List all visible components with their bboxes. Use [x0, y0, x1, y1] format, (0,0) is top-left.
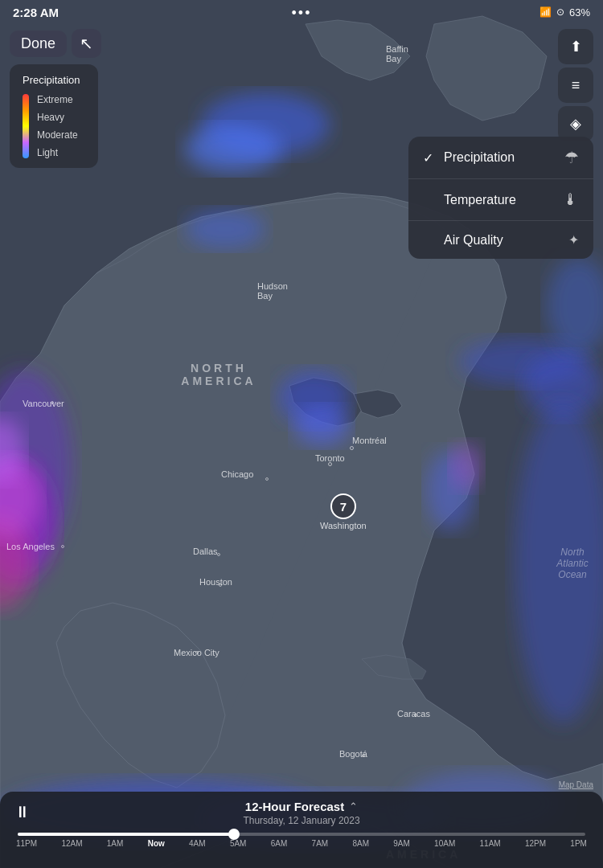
menu-item-precipitation[interactable]: ✓ Precipitation ☂: [408, 137, 593, 179]
status-right: 📶 ⊙ 63%: [539, 6, 590, 18]
forecast-bar: ⏸ 12-Hour Forecast ⌃ Thursday, 12 Januar…: [0, 792, 603, 868]
forecast-chevron-icon: ⌃: [349, 800, 358, 813]
forecast-header: 12-Hour Forecast ⌃: [14, 800, 589, 813]
legend-moderate: Moderate: [37, 129, 78, 141]
air-quality-label: Air Quality: [444, 233, 503, 248]
signal-icon: ⊙: [556, 6, 564, 18]
toronto-dot: [328, 462, 332, 466]
done-button[interactable]: Done: [10, 31, 67, 57]
houston-dot: [219, 583, 222, 587]
status-bar: 2:28 AM ••• 📶 ⊙ 63%: [0, 0, 603, 24]
time-6am: 6AM: [271, 839, 288, 848]
time-12am: 12AM: [61, 839, 82, 848]
map-data-link[interactable]: Map Data: [559, 780, 593, 789]
la-dot: [61, 545, 64, 548]
layer-dropdown: ✓ Precipitation ☂ ✓ Temperature 🌡 ✓ Air …: [408, 137, 593, 259]
timeline-labels: 11PM 12AM 1AM Now 4AM 5AM 6AM 7AM 8AM 9A…: [14, 839, 589, 848]
washington-number: 7: [330, 493, 356, 519]
done-button-group[interactable]: Done ↖: [10, 29, 101, 58]
legend-labels: Extreme Heavy Moderate Light: [37, 94, 78, 158]
time-now: Now: [148, 839, 165, 848]
precipitation-icon: ☂: [564, 148, 579, 167]
timeline-progress: [18, 833, 233, 836]
svg-point-5: [185, 125, 281, 173]
status-time: 2:28 AM: [13, 6, 59, 19]
time-11am: 11AM: [480, 839, 501, 848]
location-button[interactable]: ⬆: [558, 29, 593, 64]
legend-title: Precipitation: [23, 74, 85, 86]
menu-item-air-quality[interactable]: ✓ Air Quality ✦: [408, 221, 593, 259]
forecast-title: 12-Hour Forecast: [245, 800, 344, 813]
play-pause-button[interactable]: ⏸: [14, 803, 31, 821]
legend-panel: Precipitation Extreme Heavy Moderate Lig…: [10, 64, 98, 168]
time-10am: 10AM: [434, 839, 455, 848]
montreal-dot: [350, 446, 354, 450]
legend-light: Light: [37, 147, 78, 158]
time-4am: 4AM: [189, 839, 206, 848]
svg-point-10: [450, 442, 482, 490]
dallas-dot: [217, 553, 220, 556]
legend-color-bar: [23, 94, 29, 158]
legend-extreme: Extreme: [37, 94, 78, 105]
time-7am: 7AM: [312, 839, 329, 848]
time-8am: 8AM: [352, 839, 369, 848]
chicago-dot: [265, 477, 269, 481]
air-quality-icon: ✦: [568, 232, 579, 248]
caracas-dot: [414, 714, 417, 717]
timeline-thumb[interactable]: [228, 829, 240, 840]
wifi-icon: 📶: [539, 6, 552, 18]
forecast-date: Thursday, 12 January 2023: [14, 815, 589, 826]
time-1pm: 1PM: [570, 839, 587, 848]
timeline[interactable]: 11PM 12AM 1AM Now 4AM 5AM 6AM 7AM 8AM 9A…: [14, 833, 589, 848]
check-icon: ✓: [423, 150, 436, 166]
precipitation-label: Precipitation: [444, 150, 515, 165]
time-11pm: 11PM: [16, 839, 37, 848]
washington-city-marker: 7 Washington: [320, 493, 367, 530]
svg-point-8: [293, 406, 350, 446]
cursor-icon: ↖: [72, 29, 101, 58]
time-12pm: 12PM: [525, 839, 546, 848]
battery-indicator: 63%: [569, 6, 590, 18]
legend-heavy: Heavy: [37, 112, 78, 123]
washington-label: Washington: [320, 521, 367, 530]
time-9am: 9AM: [393, 839, 410, 848]
svg-point-6: [185, 209, 265, 249]
timeline-track[interactable]: [18, 833, 585, 836]
temperature-label: Temperature: [444, 193, 516, 207]
time-1am: 1AM: [107, 839, 124, 848]
temperature-icon: 🌡: [563, 190, 579, 209]
list-button[interactable]: ≡: [558, 68, 593, 103]
map-controls[interactable]: ⬆ ≡ ◈: [558, 29, 593, 141]
mexico-city-dot: [195, 651, 199, 654]
bogota-dot: [362, 754, 365, 757]
vancouver-dot: [51, 401, 54, 404]
time-5am: 5AM: [230, 839, 247, 848]
status-dots: •••: [292, 5, 312, 22]
menu-item-temperature[interactable]: ✓ Temperature 🌡: [408, 179, 593, 221]
